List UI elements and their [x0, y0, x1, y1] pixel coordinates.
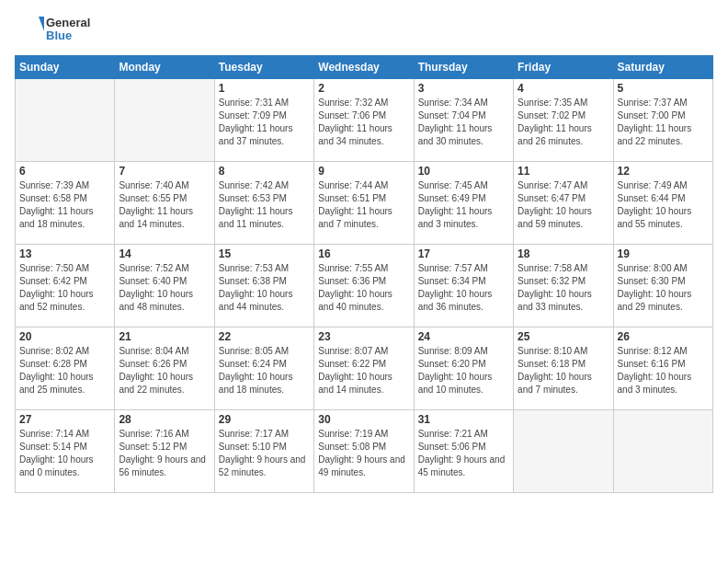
day-number: 1 — [219, 82, 310, 95]
logo-line1: General — [46, 17, 90, 29]
day-number: 15 — [219, 247, 310, 260]
calendar-cell — [514, 410, 613, 493]
weekday-header-friday: Friday — [514, 56, 613, 79]
day-info: Sunrise: 8:12 AMSunset: 6:16 PMDaylight:… — [618, 345, 709, 396]
day-info: Sunrise: 8:10 AMSunset: 6:18 PMDaylight:… — [518, 345, 609, 396]
calendar-cell: 3Sunrise: 7:34 AMSunset: 7:04 PMDaylight… — [414, 79, 513, 162]
day-info: Sunrise: 8:07 AMSunset: 6:22 PMDaylight:… — [318, 345, 409, 396]
week-row-5: 27Sunrise: 7:14 AMSunset: 5:14 PMDayligh… — [16, 410, 713, 493]
calendar-cell: 12Sunrise: 7:49 AMSunset: 6:44 PMDayligh… — [613, 162, 712, 245]
calendar-cell: 31Sunrise: 7:21 AMSunset: 5:06 PMDayligh… — [414, 410, 513, 493]
calendar-cell: 6Sunrise: 7:39 AMSunset: 6:58 PMDaylight… — [16, 162, 115, 245]
day-number: 16 — [318, 247, 409, 260]
day-number: 24 — [418, 330, 509, 343]
weekday-header-tuesday: Tuesday — [214, 56, 313, 79]
calendar-cell: 27Sunrise: 7:14 AMSunset: 5:14 PMDayligh… — [16, 410, 115, 493]
calendar-cell: 18Sunrise: 7:58 AMSunset: 6:32 PMDayligh… — [514, 245, 613, 327]
day-number: 7 — [119, 165, 210, 178]
logo-icon — [15, 15, 44, 44]
day-number: 22 — [219, 330, 310, 343]
week-row-4: 20Sunrise: 8:02 AMSunset: 6:28 PMDayligh… — [16, 327, 713, 410]
calendar-cell: 14Sunrise: 7:52 AMSunset: 6:40 PMDayligh… — [115, 245, 214, 327]
day-number: 5 — [618, 82, 709, 95]
svg-marker-1 — [39, 17, 44, 31]
day-info: Sunrise: 8:09 AMSunset: 6:20 PMDaylight:… — [418, 345, 509, 396]
day-info: Sunrise: 7:42 AMSunset: 6:53 PMDaylight:… — [219, 179, 310, 231]
calendar-cell: 28Sunrise: 7:16 AMSunset: 5:12 PMDayligh… — [115, 410, 214, 493]
calendar-cell — [16, 79, 115, 162]
day-number: 6 — [19, 165, 110, 178]
day-info: Sunrise: 7:45 AMSunset: 6:49 PMDaylight:… — [418, 179, 509, 231]
day-info: Sunrise: 7:31 AMSunset: 7:09 PMDaylight:… — [219, 97, 310, 148]
day-number: 31 — [418, 413, 509, 426]
day-info: Sunrise: 7:52 AMSunset: 6:40 PMDaylight:… — [119, 262, 210, 314]
day-number: 8 — [219, 165, 310, 178]
day-info: Sunrise: 8:00 AMSunset: 6:30 PMDaylight:… — [618, 262, 709, 314]
calendar-cell: 15Sunrise: 7:53 AMSunset: 6:38 PMDayligh… — [214, 245, 313, 327]
calendar-cell: 21Sunrise: 8:04 AMSunset: 6:26 PMDayligh… — [115, 327, 214, 410]
day-info: Sunrise: 7:32 AMSunset: 7:06 PMDaylight:… — [318, 97, 409, 148]
day-info: Sunrise: 7:35 AMSunset: 7:02 PMDaylight:… — [518, 97, 609, 148]
day-number: 4 — [518, 82, 609, 95]
calendar-cell: 13Sunrise: 7:50 AMSunset: 6:42 PMDayligh… — [16, 245, 115, 327]
day-number: 11 — [518, 165, 609, 178]
day-info: Sunrise: 7:14 AMSunset: 5:14 PMDaylight:… — [19, 428, 110, 479]
day-number: 10 — [418, 165, 509, 178]
calendar-cell: 25Sunrise: 8:10 AMSunset: 6:18 PMDayligh… — [514, 327, 613, 410]
day-number: 12 — [618, 165, 709, 178]
weekday-header-thursday: Thursday — [414, 56, 513, 79]
calendar-cell: 4Sunrise: 7:35 AMSunset: 7:02 PMDaylight… — [514, 79, 613, 162]
day-info: Sunrise: 7:17 AMSunset: 5:10 PMDaylight:… — [219, 428, 310, 479]
day-info: Sunrise: 7:40 AMSunset: 6:55 PMDaylight:… — [119, 179, 210, 231]
calendar-cell: 5Sunrise: 7:37 AMSunset: 7:00 PMDaylight… — [613, 79, 712, 162]
week-row-1: 1Sunrise: 7:31 AMSunset: 7:09 PMDaylight… — [16, 79, 713, 162]
calendar-cell: 2Sunrise: 7:32 AMSunset: 7:06 PMDaylight… — [314, 79, 414, 162]
weekday-header-saturday: Saturday — [613, 56, 712, 79]
calendar-cell: 20Sunrise: 8:02 AMSunset: 6:28 PMDayligh… — [16, 327, 115, 410]
day-number: 9 — [318, 165, 409, 178]
day-info: Sunrise: 7:39 AMSunset: 6:58 PMDaylight:… — [19, 179, 110, 231]
day-number: 28 — [119, 413, 210, 426]
weekday-header-sunday: Sunday — [16, 56, 115, 79]
weekday-header-monday: Monday — [115, 56, 214, 79]
calendar-cell: 11Sunrise: 7:47 AMSunset: 6:47 PMDayligh… — [514, 162, 613, 245]
calendar-cell — [613, 410, 712, 493]
logo-line2: Blue — [46, 29, 90, 42]
week-row-3: 13Sunrise: 7:50 AMSunset: 6:42 PMDayligh… — [16, 245, 713, 327]
day-info: Sunrise: 8:02 AMSunset: 6:28 PMDaylight:… — [19, 345, 110, 396]
day-number: 21 — [119, 330, 210, 343]
day-info: Sunrise: 7:16 AMSunset: 5:12 PMDaylight:… — [119, 428, 210, 479]
weekday-header-wednesday: Wednesday — [314, 56, 414, 79]
day-number: 17 — [418, 247, 509, 260]
day-number: 25 — [518, 330, 609, 343]
day-number: 27 — [19, 413, 110, 426]
day-info: Sunrise: 7:50 AMSunset: 6:42 PMDaylight:… — [19, 262, 110, 314]
day-number: 14 — [119, 247, 210, 260]
day-number: 13 — [19, 247, 110, 260]
day-info: Sunrise: 7:37 AMSunset: 7:00 PMDaylight:… — [618, 97, 709, 148]
day-info: Sunrise: 7:49 AMSunset: 6:44 PMDaylight:… — [618, 179, 709, 231]
calendar-cell: 29Sunrise: 7:17 AMSunset: 5:10 PMDayligh… — [214, 410, 313, 493]
calendar-cell: 9Sunrise: 7:44 AMSunset: 6:51 PMDaylight… — [314, 162, 414, 245]
day-info: Sunrise: 7:34 AMSunset: 7:04 PMDaylight:… — [418, 97, 509, 148]
day-number: 3 — [418, 82, 509, 95]
calendar-cell: 8Sunrise: 7:42 AMSunset: 6:53 PMDaylight… — [214, 162, 313, 245]
calendar-table: SundayMondayTuesdayWednesdayThursdayFrid… — [15, 55, 713, 493]
day-number: 18 — [518, 247, 609, 260]
day-info: Sunrise: 7:44 AMSunset: 6:51 PMDaylight:… — [318, 179, 409, 231]
day-info: Sunrise: 7:21 AMSunset: 5:06 PMDaylight:… — [418, 428, 509, 479]
calendar-cell: 23Sunrise: 8:07 AMSunset: 6:22 PMDayligh… — [314, 327, 414, 410]
day-info: Sunrise: 8:04 AMSunset: 6:26 PMDaylight:… — [119, 345, 210, 396]
calendar-cell: 16Sunrise: 7:55 AMSunset: 6:36 PMDayligh… — [314, 245, 414, 327]
day-number: 20 — [19, 330, 110, 343]
day-number: 26 — [618, 330, 709, 343]
day-number: 2 — [318, 82, 409, 95]
week-row-2: 6Sunrise: 7:39 AMSunset: 6:58 PMDaylight… — [16, 162, 713, 245]
calendar-cell: 22Sunrise: 8:05 AMSunset: 6:24 PMDayligh… — [214, 327, 313, 410]
calendar-cell — [115, 79, 214, 162]
logo: General Blue — [15, 15, 90, 44]
day-info: Sunrise: 7:19 AMSunset: 5:08 PMDaylight:… — [318, 428, 409, 479]
calendar-cell: 26Sunrise: 8:12 AMSunset: 6:16 PMDayligh… — [613, 327, 712, 410]
day-info: Sunrise: 7:57 AMSunset: 6:34 PMDaylight:… — [418, 262, 509, 314]
calendar-cell: 19Sunrise: 8:00 AMSunset: 6:30 PMDayligh… — [613, 245, 712, 327]
